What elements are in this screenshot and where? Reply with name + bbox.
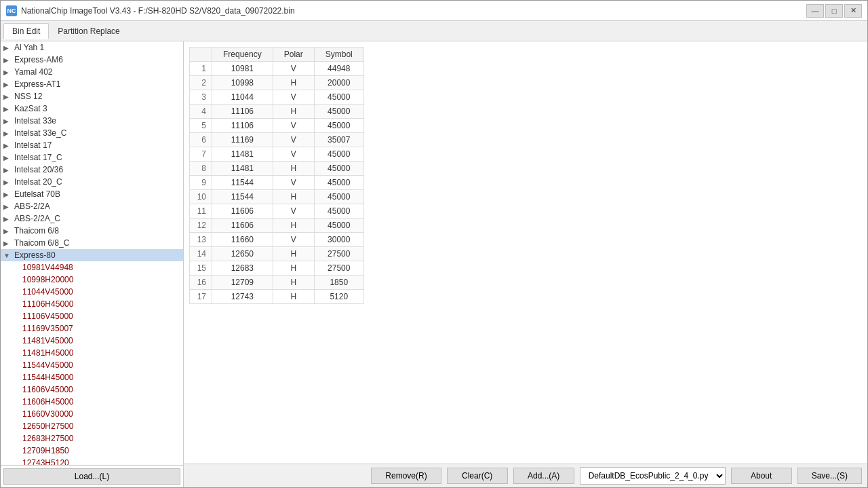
tree-item-label: Intelsat 20/36 [14, 165, 63, 174]
table-row[interactable]: 12 11606 H 45000 [190, 219, 364, 233]
tree-item-label: ABS-2/2A [14, 202, 50, 211]
tree-container[interactable]: ▶ Al Yah 1 ▶ Express-AM6 ▶ Yamal 402 ▶ E… [1, 41, 183, 465]
db-select[interactable]: DefaultDB_EcosPublic_2_4_0.py [580, 467, 726, 485]
row-number: 2 [190, 76, 212, 90]
list-item[interactable]: ▶ Yamal 402 [1, 66, 183, 78]
chevron-right-icon: ▶ [3, 105, 14, 113]
tree-item-label: Eutelsat 70B [14, 189, 60, 199]
list-item[interactable]: ▶ Intelsat 17 [1, 139, 183, 151]
list-item[interactable]: ▶ ABS-2/2A [1, 200, 183, 212]
table-row[interactable]: 3 11044 V 45000 [190, 90, 364, 105]
row-frequency: 11544 [212, 190, 273, 204]
table-row[interactable]: 10 11544 H 45000 [190, 190, 364, 204]
list-item[interactable]: ▶ Eutelsat 70B [1, 188, 183, 200]
list-item[interactable]: 12709H1850 [1, 445, 183, 457]
maximize-button[interactable]: □ [825, 4, 843, 18]
table-row[interactable]: 16 12709 H 1850 [190, 276, 364, 290]
app-icon: NC [6, 5, 17, 16]
row-frequency: 11606 [212, 219, 273, 233]
table-row[interactable]: 2 10998 H 20000 [190, 76, 364, 90]
table-row[interactable]: 7 11481 V 45000 [190, 147, 364, 162]
about-button[interactable]: About [731, 468, 792, 484]
list-item[interactable]: 11481V45000 [1, 335, 183, 347]
main-window: NC NationalChip ImageTool V3.43 - F:/SH-… [0, 0, 868, 488]
list-item[interactable]: 11606H45000 [1, 396, 183, 408]
list-item[interactable]: 12743H5120 [1, 457, 183, 465]
list-item[interactable]: 11044V45000 [1, 286, 183, 298]
table-row[interactable]: 17 12743 H 5120 [190, 290, 364, 304]
list-item[interactable]: 10998H20000 [1, 274, 183, 286]
clear-button[interactable]: Clear(C) [447, 468, 508, 484]
load-button[interactable]: Load...(L) [3, 468, 180, 485]
list-item[interactable]: 11606V45000 [1, 383, 183, 396]
close-button[interactable]: ✕ [844, 4, 862, 18]
table-row[interactable]: 14 12650 H 27500 [190, 247, 364, 261]
list-item[interactable]: 11481H45000 [1, 347, 183, 359]
list-item[interactable]: ▶ Intelsat 20_C [1, 176, 183, 188]
table-row[interactable]: 9 11544 V 45000 [190, 176, 364, 190]
tree-child-label: 11660V30000 [22, 409, 73, 419]
list-item[interactable]: 11106V45000 [1, 310, 183, 322]
table-row[interactable]: 1 10981 V 44948 [190, 62, 364, 76]
list-item[interactable]: ▶ KazSat 3 [1, 102, 183, 115]
list-item[interactable]: ▶ Al Yah 1 [1, 41, 183, 54]
table-row[interactable]: 5 11106 V 45000 [190, 119, 364, 133]
list-item[interactable]: 11169V35007 [1, 322, 183, 335]
list-item-express80[interactable]: ▼ Express-80 [1, 249, 183, 261]
tree-item-label: Thaicom 6/8 [14, 226, 59, 236]
table-row[interactable]: 11 11606 V 45000 [190, 204, 364, 219]
list-item[interactable]: 11544V45000 [1, 359, 183, 371]
list-item[interactable]: ▶ Intelsat 33e [1, 115, 183, 127]
list-item[interactable]: ▶ Intelsat 33e_C [1, 127, 183, 139]
tree-item-label: Al Yah 1 [14, 43, 44, 52]
list-item[interactable]: ▶ Intelsat 20/36 [1, 164, 183, 176]
tree-item-label: Express-AM6 [14, 55, 63, 64]
minimize-button[interactable]: — [806, 4, 824, 18]
list-item[interactable]: 12683H27500 [1, 432, 183, 445]
row-frequency: 11660 [212, 233, 273, 247]
list-item[interactable]: 12650H27500 [1, 420, 183, 432]
list-item[interactable]: ▶ Express-AT1 [1, 78, 183, 90]
list-item[interactable]: ▶ ABS-2/2A_C [1, 212, 183, 225]
list-item[interactable]: 11544H45000 [1, 371, 183, 383]
left-panel: ▶ Al Yah 1 ▶ Express-AM6 ▶ Yamal 402 ▶ E… [1, 41, 184, 487]
row-number: 11 [190, 204, 212, 219]
title-bar-buttons: — □ ✕ [806, 4, 862, 18]
chevron-right-icon: ▶ [3, 240, 14, 247]
tree-child-label: 11606H45000 [22, 397, 73, 407]
title-bar: NC NationalChip ImageTool V3.43 - F:/SH-… [1, 1, 867, 21]
tab-partition-replace[interactable]: Partition Replace [49, 23, 128, 39]
tree-child-label: 10998H20000 [22, 275, 73, 284]
row-polar: V [273, 90, 314, 105]
row-symbol: 45000 [314, 162, 363, 176]
list-item[interactable]: ▶ Thaicom 6/8 [1, 225, 183, 237]
add-button[interactable]: Add...(A) [513, 468, 574, 484]
list-item[interactable]: 11106H45000 [1, 298, 183, 310]
row-polar: H [273, 219, 314, 233]
right-panel: Frequency Polar Symbol 1 10981 V 44948 2… [184, 41, 867, 487]
table-row[interactable]: 15 12683 H 27500 [190, 261, 364, 276]
tree-item-label: Express-80 [14, 250, 56, 260]
list-item[interactable]: ▶ Intelsat 17_C [1, 151, 183, 164]
table-row[interactable]: 8 11481 H 45000 [190, 162, 364, 176]
list-item[interactable]: 10981V44948 [1, 261, 183, 274]
tree-item-label: Intelsat 20_C [14, 177, 62, 187]
table-row[interactable]: 4 11106 H 45000 [190, 105, 364, 119]
table-row[interactable]: 13 11660 V 30000 [190, 233, 364, 247]
chevron-right-icon: ▶ [3, 44, 14, 52]
row-number: 6 [190, 133, 212, 147]
list-item[interactable]: ▶ NSS 12 [1, 90, 183, 102]
tab-bin-edit[interactable]: Bin Edit [3, 23, 49, 39]
table-row[interactable]: 6 11169 V 35007 [190, 133, 364, 147]
remove-button[interactable]: Remove(R) [371, 468, 441, 484]
row-frequency: 11481 [212, 147, 273, 162]
row-frequency: 11044 [212, 90, 273, 105]
row-number: 17 [190, 290, 212, 304]
list-item[interactable]: ▶ Express-AM6 [1, 54, 183, 66]
list-item[interactable]: ▶ Thaicom 6/8_C [1, 237, 183, 249]
load-btn-container: Load...(L) [1, 465, 183, 487]
save-button[interactable]: Save...(S) [797, 468, 862, 484]
list-item[interactable]: 11660V30000 [1, 408, 183, 420]
chevron-right-icon: ▶ [3, 166, 14, 174]
window-title: NationalChip ImageTool V3.43 - F:/SH-820… [21, 6, 806, 16]
